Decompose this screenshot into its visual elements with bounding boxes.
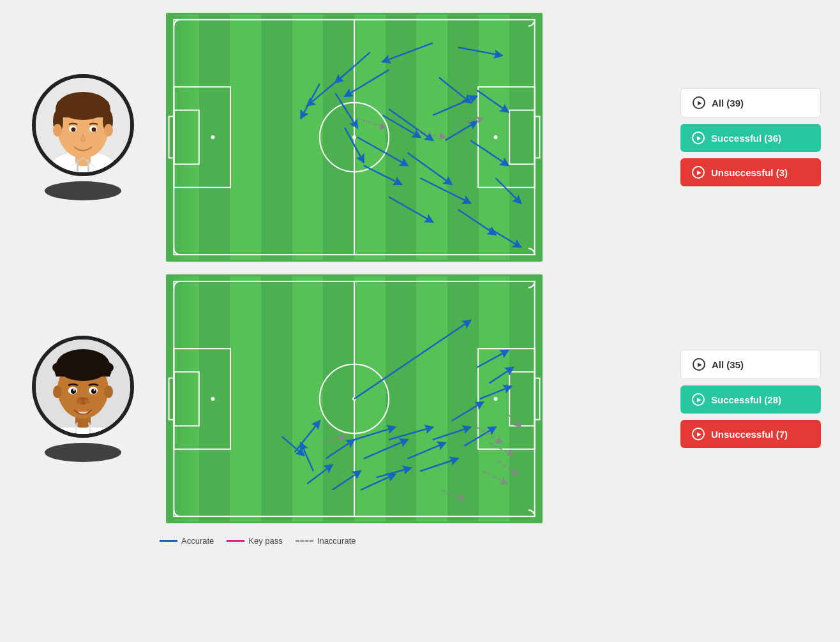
svg-line-114 bbox=[442, 490, 464, 500]
svg-line-27 bbox=[382, 43, 433, 62]
svg-rect-82 bbox=[169, 378, 174, 420]
player2-pitch-container bbox=[166, 274, 668, 523]
key-pass-label: Key pass bbox=[248, 536, 282, 546]
player1-pitch bbox=[166, 13, 543, 262]
player1-avatar bbox=[32, 74, 134, 176]
svg-rect-73 bbox=[61, 428, 105, 434]
player2-pitch bbox=[166, 274, 543, 523]
svg-line-105 bbox=[477, 350, 508, 368]
player1-fail-btn[interactable]: Unsuccessful (3) bbox=[680, 158, 821, 186]
svg-line-35 bbox=[389, 109, 433, 140]
player2-fail-label: Unsuccessful (7) bbox=[711, 429, 788, 440]
player1-stats-panel: All (39) Successful (36) Unsuccessful (3… bbox=[680, 88, 827, 186]
svg-line-38 bbox=[408, 153, 452, 184]
svg-point-11 bbox=[71, 128, 76, 132]
svg-point-18 bbox=[352, 135, 356, 139]
main-container: All (39) Successful (36) Unsuccessful (3… bbox=[0, 0, 840, 642]
svg-line-113 bbox=[483, 471, 507, 484]
player2-all-btn[interactable]: All (35) bbox=[680, 350, 821, 379]
svg-line-40 bbox=[389, 197, 433, 222]
inaccurate-label: Inaccurate bbox=[317, 536, 356, 546]
svg-point-60 bbox=[52, 362, 65, 373]
svg-rect-22 bbox=[478, 87, 535, 188]
svg-rect-81 bbox=[174, 372, 199, 426]
svg-line-102 bbox=[376, 468, 410, 477]
svg-rect-24 bbox=[535, 117, 540, 158]
legend-row: Accurate Key pass Inaccurate bbox=[160, 536, 827, 546]
svg-line-28 bbox=[458, 47, 502, 56]
player2-all-label: All (35) bbox=[712, 359, 744, 370]
svg-point-87 bbox=[494, 397, 498, 401]
legend-key-pass: Key pass bbox=[227, 536, 282, 546]
svg-rect-23 bbox=[509, 110, 534, 165]
svg-line-108 bbox=[323, 437, 345, 443]
svg-line-50 bbox=[357, 118, 386, 128]
svg-point-69 bbox=[94, 389, 96, 391]
svg-rect-20 bbox=[174, 110, 199, 165]
svg-line-37 bbox=[477, 90, 508, 112]
svg-line-33 bbox=[301, 84, 320, 118]
player1-fail-label: Unsuccessful (3) bbox=[711, 167, 788, 178]
svg-rect-19 bbox=[174, 87, 230, 188]
svg-line-107 bbox=[480, 386, 511, 399]
svg-line-31 bbox=[307, 75, 345, 106]
player1-success-label: Successful (36) bbox=[711, 133, 781, 144]
svg-line-90 bbox=[301, 443, 313, 471]
svg-line-39 bbox=[420, 178, 470, 203]
key-pass-line bbox=[227, 540, 244, 542]
svg-point-58 bbox=[74, 352, 92, 363]
svg-point-62 bbox=[53, 385, 62, 398]
player2-fail-btn[interactable]: Unsuccessful (7) bbox=[680, 420, 821, 448]
player1-pitch-container bbox=[166, 13, 668, 262]
success-icon-2 bbox=[692, 393, 705, 406]
svg-rect-21 bbox=[169, 117, 174, 158]
svg-point-12 bbox=[92, 128, 96, 132]
svg-rect-14 bbox=[87, 160, 89, 172]
player1-shadow bbox=[45, 181, 121, 200]
fail-icon bbox=[692, 166, 705, 179]
svg-line-93 bbox=[333, 471, 361, 490]
svg-point-63 bbox=[104, 385, 113, 398]
player2-success-label: Successful (28) bbox=[711, 394, 781, 405]
svg-line-41 bbox=[458, 209, 495, 234]
player2-success-btn[interactable]: Successful (28) bbox=[680, 385, 821, 414]
player1-all-label: All (39) bbox=[712, 98, 744, 108]
svg-line-52 bbox=[458, 118, 483, 124]
svg-point-26 bbox=[494, 135, 498, 139]
player2-avatar bbox=[32, 336, 134, 438]
player1-row: All (39) Successful (36) Unsuccessful (3… bbox=[13, 13, 827, 262]
svg-line-109 bbox=[477, 427, 502, 443]
player1-success-btn[interactable]: Successful (36) bbox=[680, 124, 821, 152]
svg-line-36 bbox=[433, 96, 477, 116]
svg-rect-80 bbox=[174, 348, 230, 449]
svg-line-104 bbox=[282, 437, 304, 456]
success-icon bbox=[692, 131, 705, 144]
player2-row: All (35) Successful (28) Unsuccessful (7… bbox=[13, 274, 827, 523]
svg-line-91 bbox=[326, 440, 354, 459]
svg-line-88 bbox=[354, 320, 470, 399]
player1-all-btn[interactable]: All (39) bbox=[680, 88, 821, 117]
svg-point-25 bbox=[211, 135, 215, 139]
accurate-label: Accurate bbox=[181, 536, 214, 546]
legend-accurate: Accurate bbox=[160, 536, 214, 546]
all-icon bbox=[693, 96, 705, 109]
svg-line-29 bbox=[345, 70, 389, 96]
legend-inaccurate: Inaccurate bbox=[296, 536, 356, 546]
svg-point-71 bbox=[77, 399, 82, 404]
svg-line-98 bbox=[420, 459, 458, 472]
all-icon-2 bbox=[693, 358, 705, 371]
svg-rect-83 bbox=[478, 348, 535, 449]
svg-point-8 bbox=[104, 124, 113, 137]
svg-line-95 bbox=[364, 440, 408, 459]
player2-section bbox=[13, 336, 153, 462]
svg-line-97 bbox=[408, 443, 446, 459]
inaccurate-line bbox=[296, 540, 313, 542]
svg-point-72 bbox=[84, 399, 89, 404]
player2-stats-panel: All (35) Successful (28) Unsuccessful (7… bbox=[680, 350, 827, 448]
accurate-line bbox=[160, 540, 177, 542]
svg-line-89 bbox=[294, 421, 319, 452]
fail-icon-2 bbox=[692, 428, 705, 440]
svg-line-48 bbox=[470, 140, 508, 165]
svg-line-96 bbox=[389, 427, 433, 440]
svg-line-99 bbox=[433, 427, 470, 440]
